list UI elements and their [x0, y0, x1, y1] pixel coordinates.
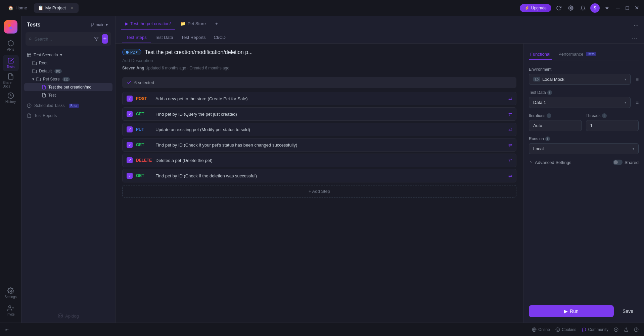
tab-close-button[interactable]: ✕	[69, 5, 75, 11]
runs-on-info-icon[interactable]: i	[545, 136, 550, 141]
iterations-info-icon[interactable]: i	[547, 113, 551, 118]
search-input[interactable]	[35, 37, 91, 42]
step-item-3[interactable]: ✓ PUT Update an existing pet (Modify pet…	[122, 123, 516, 136]
step-desc-1: Add a new pet to the store (Create Pet f…	[155, 96, 505, 101]
step-action-2[interactable]: ⇄	[508, 112, 512, 117]
plus-button[interactable]	[614, 327, 618, 332]
test-steps-main: P2 ▾ Test the pet creation/modification/…	[116, 44, 523, 323]
test-data-menu-icon[interactable]: ≡	[636, 100, 639, 105]
advanced-settings-row[interactable]: Advanced Settings Shared	[529, 160, 639, 165]
test-scenario-chevron: ▾	[60, 53, 62, 57]
settings-icon-button[interactable]	[566, 3, 576, 13]
share-button[interactable]	[624, 327, 629, 332]
nav-item-share-docs[interactable]: Share Docs	[3, 72, 19, 89]
close-button[interactable]: ✕	[633, 5, 640, 11]
tree-item-active-test[interactable]: Test the pet creation/mo	[24, 83, 112, 91]
left-nav: APIs Tests Share Docs History Settings I…	[0, 16, 21, 323]
help-button[interactable]	[634, 327, 639, 332]
step-checkbox-4[interactable]: ✓	[127, 142, 133, 148]
test-reports-item[interactable]: Test Reports	[24, 111, 112, 121]
step-action-3[interactable]: ⇄	[508, 127, 512, 132]
test-data-label: Test Data i	[529, 90, 639, 95]
nav-item-invite[interactable]: Invite	[3, 302, 19, 319]
panel-options-button[interactable]: ⋯	[631, 34, 637, 42]
notifications-button[interactable]	[578, 3, 588, 13]
maximize-button[interactable]: □	[624, 5, 631, 11]
project-tab[interactable]: 📋 My Project ✕	[34, 3, 79, 13]
test-data-select[interactable]: Data 1 ▾	[529, 97, 631, 108]
collapse-button[interactable]: ⇤	[5, 327, 9, 332]
tab-test-data[interactable]: Test Data	[151, 32, 177, 43]
branch-selector[interactable]: main ▾	[88, 21, 110, 28]
tab-ci-cd[interactable]: CI/CD	[210, 32, 230, 43]
add-step-button[interactable]: + Add Step	[122, 185, 516, 198]
nav-item-tests[interactable]: Tests	[3, 55, 19, 71]
tree-item-pet-store[interactable]: ▾ Pet Store (1)	[24, 75, 112, 83]
svg-point-1	[8, 24, 11, 27]
run-button[interactable]: ▶ Run	[529, 305, 614, 317]
runs-on-select[interactable]: Local ▾	[529, 143, 639, 154]
threads-info-icon[interactable]: i	[602, 113, 607, 118]
bottom-bar: ⇤ Online Cookies Community	[0, 323, 644, 336]
step-action-1[interactable]: ⇄	[508, 96, 512, 101]
nav-item-apis[interactable]: APIs	[3, 38, 19, 54]
run-play-icon: ▶	[564, 309, 568, 314]
step-item-4[interactable]: ✓ GET Find pet by ID (Check if your pet'…	[122, 138, 516, 152]
minimize-button[interactable]: ─	[614, 5, 621, 11]
shared-label: Shared	[625, 160, 639, 165]
step-item-5[interactable]: ✓ DELETE Deletes a pet (Delete the pet) …	[122, 154, 516, 167]
content-tab-test[interactable]: ▶ Test the pet creation/	[121, 18, 175, 30]
iterations-input[interactable]: Auto	[529, 120, 582, 131]
online-icon	[532, 327, 537, 332]
tree-item-default[interactable]: Default (0)	[24, 67, 112, 75]
environment-menu-icon[interactable]: ≡	[636, 77, 639, 82]
home-tab[interactable]: 🏠 Home	[4, 3, 31, 12]
panel-tab-functional[interactable]: Functional	[529, 49, 552, 60]
test-scenario-header[interactable]: Test Scenario ▾	[24, 51, 112, 59]
step-action-5[interactable]: ⇄	[508, 158, 512, 163]
app-logo[interactable]	[4, 20, 17, 34]
svg-point-28	[557, 330, 557, 330]
refresh-button[interactable]	[554, 3, 563, 13]
panel-tab-performance[interactable]: Performance Beta	[557, 49, 598, 60]
search-icon	[29, 37, 32, 41]
add-tab-button[interactable]: +	[211, 18, 222, 30]
step-checkbox-6[interactable]: ✓	[127, 173, 133, 179]
priority-badge[interactable]: P2 ▾	[122, 49, 141, 55]
nav-item-settings[interactable]: Settings	[3, 285, 19, 301]
svg-point-0	[570, 7, 571, 9]
community-button[interactable]: Community	[582, 327, 608, 332]
threads-input[interactable]: 1	[586, 120, 639, 131]
svg-point-6	[8, 306, 11, 308]
bookmark-button[interactable]: ★	[602, 3, 612, 13]
step-checkbox-1[interactable]: ✓	[127, 96, 133, 102]
environment-select[interactable]: Lo Local Mock ▾	[529, 74, 631, 85]
filter-button[interactable]	[94, 34, 99, 44]
step-checkbox-3[interactable]: ✓	[127, 126, 133, 132]
test-data-info-icon[interactable]: i	[547, 90, 552, 95]
shared-toggle[interactable]: Shared	[613, 160, 639, 165]
tree-item-test[interactable]: Test	[24, 91, 112, 99]
add-test-button[interactable]: +	[102, 34, 108, 44]
shared-toggle-switch[interactable]	[613, 160, 623, 165]
tree-item-root[interactable]: Root	[24, 59, 112, 67]
save-button[interactable]: Save	[617, 305, 639, 317]
tab-test-steps[interactable]: Test Steps	[122, 32, 151, 43]
cookies-button[interactable]: Cookies	[555, 327, 576, 332]
step-checkbox-5[interactable]: ✓	[127, 157, 133, 163]
tab-more-button[interactable]: ...	[634, 20, 639, 27]
step-action-4[interactable]: ⇄	[508, 143, 512, 148]
step-checkbox-2[interactable]: ✓	[127, 111, 133, 117]
upgrade-button[interactable]: ⚡ Upgrade	[520, 4, 551, 12]
test-description[interactable]: Add Description	[122, 58, 516, 63]
user-avatar[interactable]: S	[590, 3, 600, 13]
step-action-6[interactable]: ⇄	[508, 173, 512, 178]
step-item-2[interactable]: ✓ GET Find pet by ID (Query the pet just…	[122, 107, 516, 121]
content-tab-pet-store[interactable]: 📁 Pet Store	[176, 18, 210, 30]
step-item-6[interactable]: ✓ GET Find pet by ID (Check if the delet…	[122, 169, 516, 182]
nav-item-history[interactable]: History	[3, 90, 19, 106]
scheduled-tasks-item[interactable]: Scheduled Tasks Beta	[24, 101, 112, 111]
step-item-1[interactable]: ✓ POST Add a new pet to the store (Creat…	[122, 92, 516, 105]
online-status[interactable]: Online	[532, 327, 550, 332]
tab-test-reports[interactable]: Test Reports	[177, 32, 210, 43]
